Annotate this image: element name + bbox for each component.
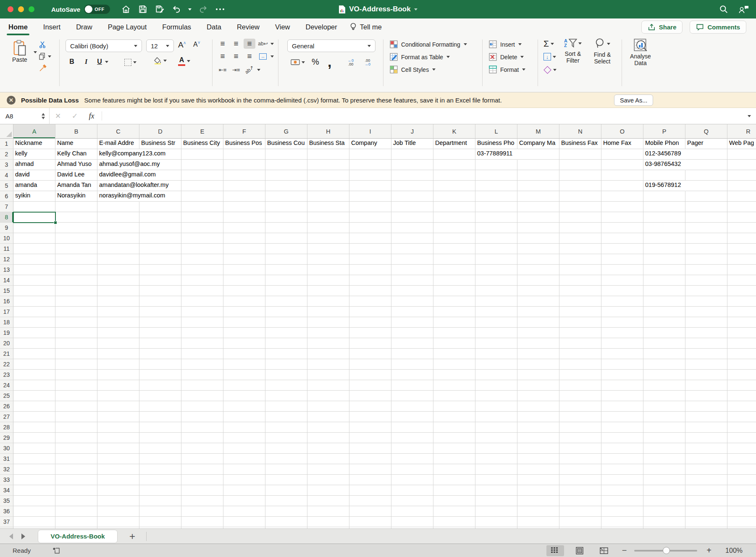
- cell-F30[interactable]: [223, 443, 265, 454]
- cell-I28[interactable]: [349, 422, 391, 433]
- cell-P10[interactable]: [643, 233, 685, 244]
- cell-J24[interactable]: [391, 380, 433, 391]
- column-header-K[interactable]: K: [433, 124, 475, 139]
- column-header-G[interactable]: G: [265, 124, 307, 139]
- cell-K22[interactable]: [433, 359, 475, 370]
- cell-N19[interactable]: [559, 328, 601, 338]
- cell-J32[interactable]: [391, 464, 433, 475]
- cell-M17[interactable]: [517, 307, 559, 317]
- cell-B25[interactable]: [55, 391, 97, 401]
- cell-M11[interactable]: [517, 244, 559, 254]
- cell-I7[interactable]: [349, 202, 391, 212]
- cell-B31[interactable]: [55, 454, 97, 464]
- cell-O7[interactable]: [601, 202, 643, 212]
- row-header-9[interactable]: 9: [0, 223, 13, 233]
- cell-Q26[interactable]: [685, 401, 727, 412]
- cell-M30[interactable]: [517, 443, 559, 454]
- cell-G3[interactable]: [265, 160, 307, 170]
- cell-G11[interactable]: [265, 244, 307, 254]
- cell-A2[interactable]: kelly: [13, 149, 55, 160]
- cell-I27[interactable]: [349, 412, 391, 422]
- cell-A20[interactable]: [13, 338, 55, 349]
- cell-K24[interactable]: [433, 380, 475, 391]
- cell-N6[interactable]: [559, 191, 601, 202]
- cell-G8[interactable]: [265, 212, 307, 223]
- cell-C9[interactable]: [97, 223, 139, 233]
- cell-C13[interactable]: [97, 265, 139, 275]
- cell-Q20[interactable]: [685, 338, 727, 349]
- cell-O31[interactable]: [601, 454, 643, 464]
- cell-C7[interactable]: [97, 202, 139, 212]
- cell-F14[interactable]: [223, 275, 265, 286]
- cell-O3[interactable]: [601, 160, 643, 170]
- cell-R27[interactable]: [727, 412, 756, 422]
- cell-E37[interactable]: [181, 517, 223, 527]
- row-header-19[interactable]: 19: [0, 328, 13, 338]
- cell-P11[interactable]: [643, 244, 685, 254]
- cell-L19[interactable]: [475, 328, 517, 338]
- more-commands-icon[interactable]: [215, 4, 225, 14]
- cell-J19[interactable]: [391, 328, 433, 338]
- cell-K35[interactable]: [433, 496, 475, 506]
- cell-E35[interactable]: [181, 496, 223, 506]
- row-header-20[interactable]: 20: [0, 338, 13, 349]
- cell-L1[interactable]: Business Pho: [475, 139, 517, 149]
- cell-H12[interactable]: [307, 254, 349, 265]
- cancel-entry-icon[interactable]: ✕: [50, 112, 66, 121]
- cell-N34[interactable]: [559, 485, 601, 496]
- cell-A1[interactable]: Nickname: [13, 139, 55, 149]
- cell-G19[interactable]: [265, 328, 307, 338]
- cell-N4[interactable]: [559, 170, 601, 181]
- cell-H21[interactable]: [307, 349, 349, 359]
- cell-R37[interactable]: [727, 517, 756, 527]
- cell-F24[interactable]: [223, 380, 265, 391]
- zoom-slider[interactable]: [634, 550, 697, 552]
- cell-D23[interactable]: [139, 370, 181, 380]
- row-header-30[interactable]: 30: [0, 443, 13, 454]
- cell-P26[interactable]: [643, 401, 685, 412]
- row-header-2[interactable]: 2: [0, 149, 13, 160]
- cell-Q17[interactable]: [685, 307, 727, 317]
- cell-F6[interactable]: [223, 191, 265, 202]
- cell-N12[interactable]: [559, 254, 601, 265]
- cell-H11[interactable]: [307, 244, 349, 254]
- underline-button[interactable]: U: [96, 58, 108, 66]
- cell-P17[interactable]: [643, 307, 685, 317]
- cell-I34[interactable]: [349, 485, 391, 496]
- cell-J11[interactable]: [391, 244, 433, 254]
- search-icon[interactable]: [719, 5, 728, 14]
- cell-G36[interactable]: [265, 506, 307, 517]
- cell-R13[interactable]: [727, 265, 756, 275]
- cell-O29[interactable]: [601, 433, 643, 443]
- column-header-N[interactable]: N: [559, 124, 601, 139]
- sheet-tab-active[interactable]: VO-Address-Book: [38, 530, 118, 543]
- cell-I22[interactable]: [349, 359, 391, 370]
- row-header-11[interactable]: 11: [0, 244, 13, 254]
- align-bottom-button[interactable]: ≡: [244, 39, 255, 49]
- cell-F34[interactable]: [223, 485, 265, 496]
- cell-R31[interactable]: [727, 454, 756, 464]
- row-header-1[interactable]: 1: [0, 139, 13, 149]
- align-top-button[interactable]: ≡: [217, 39, 228, 49]
- cell-L35[interactable]: [475, 496, 517, 506]
- cell-K16[interactable]: [433, 296, 475, 307]
- cell-L22[interactable]: [475, 359, 517, 370]
- cell-P30[interactable]: [643, 443, 685, 454]
- cell-J5[interactable]: [391, 181, 433, 191]
- sort-filter-button[interactable]: AZ Sort & Filter: [560, 38, 585, 64]
- cell-E10[interactable]: [181, 233, 223, 244]
- cell-D28[interactable]: [139, 422, 181, 433]
- cell-R6[interactable]: [727, 191, 756, 202]
- cell-N11[interactable]: [559, 244, 601, 254]
- comments-button[interactable]: Comments: [690, 21, 746, 34]
- tab-formulas[interactable]: Formulas: [162, 18, 191, 35]
- cell-R5[interactable]: [727, 181, 756, 191]
- row-header-26[interactable]: 26: [0, 401, 13, 412]
- cell-L10[interactable]: [475, 233, 517, 244]
- row-header-18[interactable]: 18: [0, 317, 13, 328]
- cell-L18[interactable]: [475, 317, 517, 328]
- cell-J28[interactable]: [391, 422, 433, 433]
- cell-I10[interactable]: [349, 233, 391, 244]
- cell-M34[interactable]: [517, 485, 559, 496]
- cell-R29[interactable]: [727, 433, 756, 443]
